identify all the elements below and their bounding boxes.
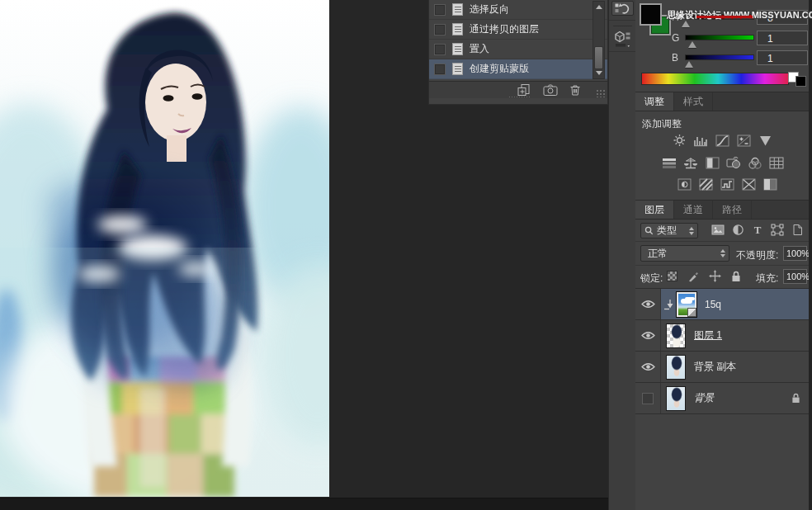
black-swatch[interactable] (795, 76, 806, 87)
tab-channels[interactable]: 通道 (674, 201, 713, 219)
tab-paths[interactable]: 路径 (713, 201, 752, 219)
photo-filter-icon[interactable] (726, 156, 741, 169)
channel-mixer-icon[interactable] (748, 156, 762, 169)
history-state-checkbox[interactable] (434, 24, 446, 35)
fill-field[interactable]: 100% (783, 269, 807, 284)
vibrance-icon[interactable] (758, 134, 772, 147)
filter-shape-icon[interactable] (771, 224, 784, 236)
layer-thumbnail[interactable] (666, 355, 686, 380)
tab-adjustments[interactable]: 调整 (635, 92, 674, 111)
history-item-label: 创建剪贴蒙版 (470, 62, 529, 76)
history-state-icon (451, 62, 464, 76)
smart-object-badge-icon (687, 308, 696, 317)
curves-icon[interactable] (715, 134, 729, 147)
scrollbar-thumb[interactable] (594, 46, 603, 69)
layer-name[interactable]: 15q (705, 299, 721, 310)
document-canvas[interactable] (0, 0, 329, 497)
gradient-map-icon[interactable] (741, 177, 756, 191)
visibility-toggle[interactable] (635, 383, 661, 413)
opacity-field[interactable]: 100% (783, 246, 807, 261)
green-slider-thumb[interactable] (688, 41, 696, 48)
new-document-from-state-icon[interactable] (517, 83, 531, 97)
history-item-selected[interactable]: 创建剪贴蒙版 (429, 59, 607, 79)
history-state-checkbox[interactable] (434, 44, 446, 55)
hidden-eye-checkbox[interactable] (642, 393, 654, 404)
history-scrollbar[interactable] (592, 1, 605, 79)
selective-color-icon[interactable] (762, 177, 777, 191)
panel-resize-dots[interactable] (508, 96, 530, 99)
dock-grip-dots[interactable] (613, 25, 632, 27)
layer-lock-icon (791, 393, 800, 404)
green-value-field[interactable]: 1 (757, 31, 808, 45)
history-toolbar (429, 82, 607, 98)
history-panel-icon[interactable] (611, 1, 634, 16)
new-snapshot-icon[interactable] (543, 83, 558, 97)
layer-name[interactable]: 图层 1 (694, 328, 722, 342)
brightness-contrast-icon[interactable] (672, 134, 687, 147)
blend-mode-value: 正常 (648, 247, 668, 261)
layer-thumbnail[interactable] (677, 292, 696, 317)
filter-smart-object-icon[interactable] (791, 224, 804, 236)
lock-transparent-pixels-icon[interactable] (667, 271, 677, 281)
panel-dock (608, 0, 635, 510)
opacity-label: 不透明度: (736, 248, 778, 262)
visibility-toggle[interactable] (635, 320, 661, 351)
photoshop-workspace: 选择反向 通过拷贝的图层 置入 创建剪贴蒙版 (0, 0, 812, 510)
levels-icon[interactable] (693, 134, 708, 147)
tab-styles[interactable]: 样式 (674, 92, 713, 111)
layer-filter-row: 类型 T (635, 220, 809, 242)
color-lookup-icon[interactable] (769, 156, 784, 169)
layer-thumbnail[interactable] (666, 386, 686, 411)
blue-slider-thumb[interactable] (685, 61, 693, 68)
layers-tabbar: 图层 通道 路径 (635, 201, 809, 220)
lock-position-icon[interactable] (709, 270, 721, 282)
tab-layers[interactable]: 图层 (635, 201, 674, 219)
blue-value-field[interactable]: 1 (757, 50, 808, 65)
lock-all-icon[interactable] (731, 271, 741, 282)
3d-panel-icon[interactable] (612, 30, 633, 48)
posterize-icon[interactable] (698, 177, 713, 191)
history-item[interactable]: 通过拷贝的图层 (429, 20, 607, 40)
eye-icon (641, 331, 655, 340)
scroll-up-arrow-icon[interactable] (596, 5, 602, 9)
layer-row-15q[interactable]: 15q (635, 289, 809, 320)
blue-slider-track[interactable] (685, 54, 754, 60)
layer-name[interactable]: 背景 (694, 391, 714, 405)
black-white-icon[interactable] (705, 156, 720, 169)
visibility-toggle[interactable] (635, 352, 661, 382)
panel-resize-grip[interactable] (596, 89, 606, 97)
filter-adjustment-icon[interactable] (732, 224, 744, 236)
hue-saturation-icon[interactable] (662, 156, 677, 169)
color-panel: R 8 G 1 B 1 思缘设计论坛 WWW.MISSYUAN.COM (635, 0, 809, 92)
blend-mode-dropdown[interactable]: 正常 (640, 245, 729, 262)
history-item[interactable]: 置入 (429, 40, 607, 59)
lock-image-pixels-icon[interactable] (687, 271, 699, 282)
history-item-label: 通过拷贝的图层 (470, 22, 539, 36)
color-balance-icon[interactable] (683, 156, 698, 169)
layer-row-background[interactable]: 背景 (635, 383, 809, 414)
layer-row-background-copy[interactable]: 背景 副本 (635, 352, 809, 383)
filter-kind-dropdown[interactable]: 类型 (640, 223, 698, 238)
visibility-toggle[interactable] (635, 289, 661, 319)
layer-row-layer1[interactable]: 图层 1 (635, 320, 809, 352)
filter-type-icon[interactable]: T (752, 224, 763, 236)
layer-name[interactable]: 背景 副本 (694, 360, 736, 374)
history-item[interactable]: 选择反向 (429, 0, 607, 20)
eye-icon (641, 362, 655, 371)
red-slider-thumb[interactable] (682, 21, 690, 27)
history-item-label: 选择反向 (470, 2, 509, 17)
scroll-down-arrow-icon[interactable] (596, 71, 602, 75)
threshold-icon[interactable] (720, 177, 734, 191)
search-icon (644, 226, 654, 235)
invert-icon[interactable] (677, 177, 692, 191)
layer-thumbnail[interactable] (666, 323, 686, 348)
filter-image-icon[interactable] (711, 224, 725, 236)
history-state-checkbox[interactable] (434, 64, 446, 75)
history-panel: 选择反向 通过拷贝的图层 置入 创建剪贴蒙版 (428, 0, 608, 105)
green-slider-track[interactable] (685, 35, 754, 40)
color-spectrum-ramp[interactable] (641, 73, 789, 85)
blue-slider-row: B 1 (635, 50, 809, 70)
history-state-checkbox[interactable] (434, 4, 446, 16)
exposure-icon[interactable] (736, 134, 751, 147)
delete-icon[interactable] (568, 83, 583, 97)
